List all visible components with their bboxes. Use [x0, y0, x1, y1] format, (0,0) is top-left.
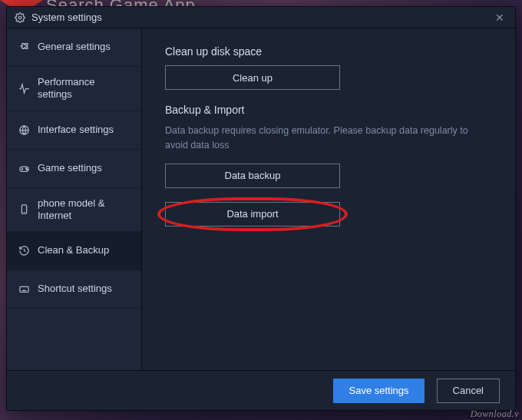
close-button[interactable]: ✕ — [492, 12, 507, 24]
sidebar-item-performance-settings[interactable]: Performance settings — [7, 67, 141, 111]
gear-icon — [15, 12, 25, 23]
sidebar: General settingsPerformance settingsInte… — [7, 28, 142, 370]
keyboard-icon — [18, 283, 30, 295]
globe-icon — [18, 124, 30, 136]
sidebar-item-game-settings[interactable]: Game settings — [7, 150, 141, 188]
phone-icon — [18, 203, 30, 215]
sidebar-item-phone-model-internet[interactable]: phone model & Internet — [7, 188, 141, 233]
cancel-button[interactable]: Cancel — [437, 379, 500, 403]
sidebar-item-clean-backup[interactable]: Clean & Backup — [7, 232, 141, 270]
save-settings-button[interactable]: Save settings — [333, 379, 424, 403]
backup-section-title: Backup & Import — [165, 104, 492, 116]
puzzle-icon — [18, 41, 30, 53]
sidebar-item-label: Game settings — [38, 162, 130, 174]
sidebar-item-label: Shortcut settings — [38, 283, 130, 295]
sidebar-item-label: Clean & Backup — [38, 244, 130, 256]
data-backup-button[interactable]: Data backup — [165, 164, 340, 188]
sidebar-item-label: Performance settings — [38, 76, 130, 101]
sidebar-item-label: General settings — [38, 41, 130, 53]
watermark-text: Download.v — [471, 408, 519, 420]
cleanup-button[interactable]: Clean up — [165, 65, 340, 90]
svg-rect-6 — [19, 286, 28, 292]
svg-point-0 — [18, 16, 21, 19]
sidebar-item-general-settings[interactable]: General settings — [7, 28, 141, 67]
svg-point-4 — [26, 169, 27, 170]
content-panel: Clean up disk space Clean up Backup & Im… — [142, 28, 515, 370]
backup-hint-text: Data backup requires closing emulator. P… — [165, 124, 492, 153]
settings-modal: System settings ✕ General settingsPerfor… — [6, 6, 516, 411]
wave-icon — [18, 83, 30, 94]
history-icon — [18, 245, 30, 256]
sidebar-item-interface-settings[interactable]: Interface settings — [7, 111, 141, 150]
titlebar: System settings ✕ — [7, 7, 515, 28]
cleanup-section-title: Clean up disk space — [165, 45, 492, 58]
window-title: System settings — [31, 12, 102, 23]
gamepad-icon — [18, 163, 30, 174]
sidebar-item-label: Interface settings — [38, 124, 130, 136]
footer: Save settings Cancel — [7, 370, 515, 410]
sidebar-item-shortcut-settings[interactable]: Shortcut settings — [7, 270, 141, 309]
data-import-button[interactable]: Data import — [165, 202, 340, 227]
sidebar-item-label: phone model & Internet — [38, 197, 130, 223]
